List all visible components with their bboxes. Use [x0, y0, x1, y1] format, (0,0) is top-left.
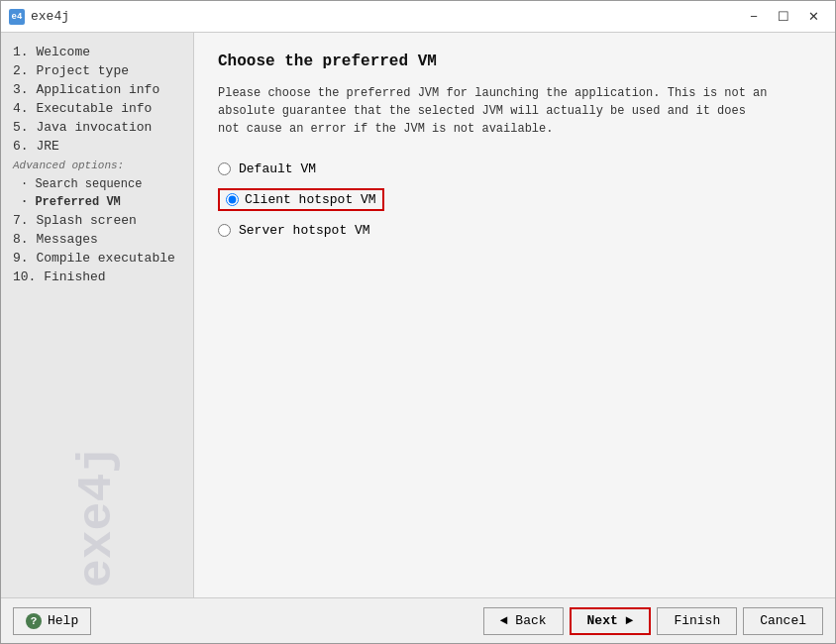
minimize-button[interactable]: − [740, 6, 768, 28]
main-panel: Choose the preferred VM Please choose th… [194, 33, 835, 597]
help-label: Help [48, 613, 78, 628]
finish-button[interactable]: Finish [657, 607, 737, 635]
footer-left: ? Help [13, 607, 91, 635]
page-title: Choose the preferred VM [218, 53, 811, 70]
sidebar: 1. Welcome 2. Project type 3. Applicatio… [1, 33, 194, 597]
next-label: Next ► [587, 613, 634, 628]
sidebar-item-compile-executable[interactable]: 9. Compile executable [1, 249, 193, 268]
page-description: Please choose the preferred JVM for laun… [218, 84, 773, 138]
sidebar-item-splash-screen[interactable]: 7. Splash screen [1, 211, 193, 230]
sidebar-item-java-invocation[interactable]: 5. Java invocation [1, 118, 193, 137]
title-bar-controls: − ☐ ✕ [740, 6, 827, 28]
sidebar-item-messages[interactable]: 8. Messages [1, 230, 193, 249]
cancel-button[interactable]: Cancel [743, 607, 823, 635]
radio-default-vm[interactable]: Default VM [218, 161, 811, 176]
sidebar-item-jre[interactable]: 6. JRE [1, 137, 193, 156]
radio-server-hotspot-vm[interactable]: Server hotspot VM [218, 223, 811, 238]
selected-radio-box: Client hotspot VM [218, 188, 384, 211]
radio-label-default-vm: Default VM [239, 161, 316, 176]
radio-input-server-hotspot-vm[interactable] [218, 224, 231, 237]
help-icon: ? [26, 613, 42, 629]
app-icon: e4 [9, 9, 25, 25]
sidebar-item-finished[interactable]: 10. Finished [1, 268, 193, 286]
content-area: 1. Welcome 2. Project type 3. Applicatio… [1, 33, 835, 597]
sidebar-item-application-info[interactable]: 3. Application info [1, 80, 193, 99]
radio-client-hotspot-vm[interactable]: Client hotspot VM [218, 188, 811, 211]
close-button[interactable]: ✕ [799, 6, 827, 28]
advanced-options-label: Advanced options: [1, 156, 193, 175]
title-bar-left: e4 exe4j [9, 9, 69, 25]
next-button[interactable]: Next ► [570, 607, 652, 635]
window-title: exe4j [31, 9, 69, 24]
radio-input-client-hotspot-vm[interactable] [226, 193, 239, 206]
back-label: ◄ Back [500, 613, 547, 628]
finish-label: Finish [674, 613, 720, 628]
help-button[interactable]: ? Help [13, 607, 91, 635]
sidebar-item-welcome[interactable]: 1. Welcome [1, 43, 193, 61]
footer-right: ◄ Back Next ► Finish Cancel [483, 607, 823, 635]
radio-input-default-vm[interactable] [218, 162, 231, 175]
back-button[interactable]: ◄ Back [483, 607, 564, 635]
sidebar-item-search-sequence[interactable]: · Search sequence [1, 175, 193, 193]
sidebar-item-project-type[interactable]: 2. Project type [1, 61, 193, 80]
radio-label-client-hotspot-vm: Client hotspot VM [245, 192, 376, 207]
radio-label-server-hotspot-vm: Server hotspot VM [239, 223, 370, 238]
sidebar-watermark: exe4j [1, 469, 193, 588]
maximize-button[interactable]: ☐ [770, 6, 797, 28]
main-window: e4 exe4j − ☐ ✕ 1. Welcome 2. Project typ… [0, 0, 836, 644]
title-bar: e4 exe4j − ☐ ✕ [1, 1, 835, 33]
footer: ? Help ◄ Back Next ► Finish Cancel [1, 597, 835, 643]
sidebar-item-preferred-vm[interactable]: · Preferred VM [1, 193, 193, 211]
vm-radio-group: Default VM Client hotspot VM Server hots… [218, 161, 811, 238]
cancel-label: Cancel [760, 613, 806, 628]
sidebar-item-executable-info[interactable]: 4. Executable info [1, 99, 193, 118]
